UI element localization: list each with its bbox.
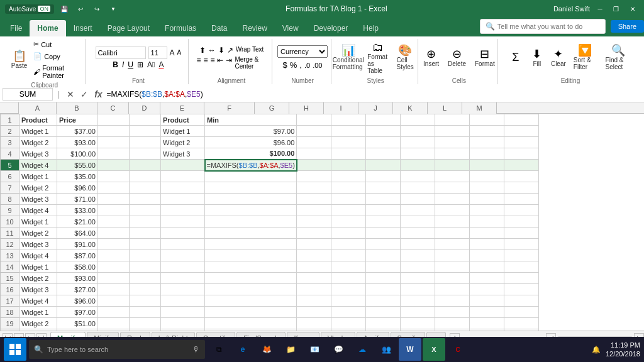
cell-j5[interactable]: [401, 160, 435, 171]
cell-f4[interactable]: $100.00: [205, 148, 297, 160]
taskbar-app-csdn[interactable]: C: [447, 338, 469, 361]
cell-a20[interactable]: Widget 3: [19, 329, 57, 331]
format-cells-button[interactable]: ⊟ Format: [471, 47, 499, 69]
cell-a18[interactable]: Widget 1: [19, 307, 57, 318]
cell-a15[interactable]: Widget 2: [19, 273, 57, 284]
cell-e3[interactable]: Widget 2: [161, 137, 205, 148]
cut-button[interactable]: ✂ Cut: [31, 39, 80, 50]
cell-f2[interactable]: $97.00: [205, 126, 297, 137]
tab-review[interactable]: Review: [235, 20, 274, 36]
cell-l1[interactable]: [470, 114, 504, 126]
cell-a17[interactable]: Widget 4: [19, 295, 57, 307]
currency-button[interactable]: $: [283, 60, 287, 70]
taskbar-notification-icon[interactable]: 🔔: [592, 346, 601, 354]
cell-b15[interactable]: $93.00: [57, 273, 98, 284]
cell-e4[interactable]: Widget 3: [161, 148, 205, 160]
autosave-toggle[interactable]: AutoSave ON: [5, 4, 54, 14]
decrease-decimal-button[interactable]: .0: [304, 62, 310, 69]
share-button[interactable]: Share: [611, 20, 644, 33]
cell-h4[interactable]: [331, 148, 366, 160]
cell-b9[interactable]: $33.00: [57, 205, 98, 216]
tab-file[interactable]: File: [3, 20, 30, 36]
conditional-formatting-button[interactable]: 📊 Conditional Formatting: [334, 43, 362, 72]
font-size-input[interactable]: [148, 47, 167, 59]
paste-button[interactable]: 📋 Paste: [9, 48, 30, 71]
cell-j2[interactable]: [401, 126, 435, 137]
col-header-j[interactable]: J: [358, 102, 393, 114]
tab-pagelayout[interactable]: Page Layout: [100, 20, 157, 36]
font-family-input[interactable]: [96, 47, 146, 59]
cell-b19[interactable]: $51.00: [57, 318, 98, 329]
taskbar-app-outlook[interactable]: 📧: [303, 338, 326, 361]
number-format-select[interactable]: Currency General Number Percentage: [277, 45, 328, 58]
percent-button[interactable]: %: [290, 60, 297, 70]
merge-center-button[interactable]: Merge & Center: [235, 56, 266, 70]
confirm-formula-button[interactable]: ✓: [79, 89, 90, 99]
cell-a16[interactable]: Widget 3: [19, 284, 57, 295]
cell-a19[interactable]: Widget 2: [19, 318, 57, 329]
cell-l3[interactable]: [470, 137, 504, 148]
insert-cells-button[interactable]: ⊕ Insert: [419, 47, 443, 69]
decrease-indent-button[interactable]: ⇤: [217, 56, 223, 70]
cell-b18[interactable]: $97.00: [57, 307, 98, 318]
orientation-button[interactable]: ↗: [227, 46, 233, 55]
restore-button[interactable]: ❐: [610, 3, 623, 15]
wrap-text-button[interactable]: Wrap Text: [236, 46, 264, 55]
taskbar-app-explorer[interactable]: 📁: [279, 338, 302, 361]
tab-home[interactable]: Home: [30, 20, 65, 36]
align-left-button[interactable]: ≡: [196, 56, 201, 70]
taskbar-app-edge[interactable]: e: [231, 338, 254, 361]
increase-indent-button[interactable]: ⇥: [226, 56, 232, 70]
align-right-button[interactable]: ≡: [210, 56, 214, 70]
cell-c1[interactable]: [98, 114, 130, 126]
save-button[interactable]: 💾: [58, 3, 70, 15]
cell-m3[interactable]: [504, 137, 539, 148]
cell-b2[interactable]: $37.00: [57, 126, 98, 137]
cell-a8[interactable]: Widget 3: [19, 194, 57, 205]
tell-me-search[interactable]: 🔍: [480, 19, 606, 34]
bold-button[interactable]: B: [113, 60, 118, 69]
cell-b4[interactable]: $100.00: [57, 148, 98, 160]
cell-i3[interactable]: [366, 137, 401, 148]
cell-b14[interactable]: $58.00: [57, 261, 98, 273]
cell-l5[interactable]: [470, 160, 504, 171]
col-header-l[interactable]: L: [428, 102, 462, 114]
taskbar-app-excel[interactable]: X: [423, 338, 445, 361]
col-header-h[interactable]: H: [289, 102, 324, 114]
col-header-g[interactable]: G: [255, 102, 289, 114]
cell-a7[interactable]: Widget 2: [19, 182, 57, 194]
cell-b11[interactable]: $64.00: [57, 228, 98, 239]
redo-button[interactable]: ↪: [91, 3, 103, 15]
formula-content[interactable]: =MAXIFS($B:$B,$A:$A,$E5): [107, 90, 641, 99]
cell-a1[interactable]: Product: [19, 114, 57, 126]
cell-b13[interactable]: $87.00: [57, 250, 98, 261]
cell-m2[interactable]: [504, 126, 539, 137]
cell-h5[interactable]: [331, 160, 366, 171]
cell-h3[interactable]: [331, 137, 366, 148]
col-header-m[interactable]: M: [462, 102, 497, 114]
cell-i5[interactable]: [366, 160, 401, 171]
cell-m5[interactable]: [504, 160, 539, 171]
cell-b1[interactable]: Price: [57, 114, 98, 126]
delete-cells-button[interactable]: ⊖ Delete: [444, 47, 470, 69]
cell-g2[interactable]: [297, 126, 331, 137]
cell-f3[interactable]: $96.00: [205, 137, 297, 148]
cell-a13[interactable]: Widget 4: [19, 250, 57, 261]
cell-b5[interactable]: $55.00: [57, 160, 98, 171]
cell-l4[interactable]: [470, 148, 504, 160]
cell-e1[interactable]: Product: [161, 114, 205, 126]
cell-d2[interactable]: [130, 126, 161, 137]
cell-c3[interactable]: [98, 137, 130, 148]
format-painter-button[interactable]: 🖌 Format Painter: [31, 63, 80, 80]
sort-filter-button[interactable]: 🔽 Sort & Filter: [570, 43, 601, 72]
cell-k5[interactable]: [435, 160, 470, 171]
cell-d3[interactable]: [130, 137, 161, 148]
insert-function-button[interactable]: fx: [92, 89, 104, 99]
taskbar-app-teams[interactable]: 👥: [375, 338, 397, 361]
col-header-b[interactable]: B: [57, 102, 97, 114]
cell-m1[interactable]: [504, 114, 539, 126]
cell-g3[interactable]: [297, 137, 331, 148]
cell-b17[interactable]: $96.00: [57, 295, 98, 307]
cell-a9[interactable]: Widget 4: [19, 205, 57, 216]
autosum-button[interactable]: Σ: [506, 50, 526, 65]
